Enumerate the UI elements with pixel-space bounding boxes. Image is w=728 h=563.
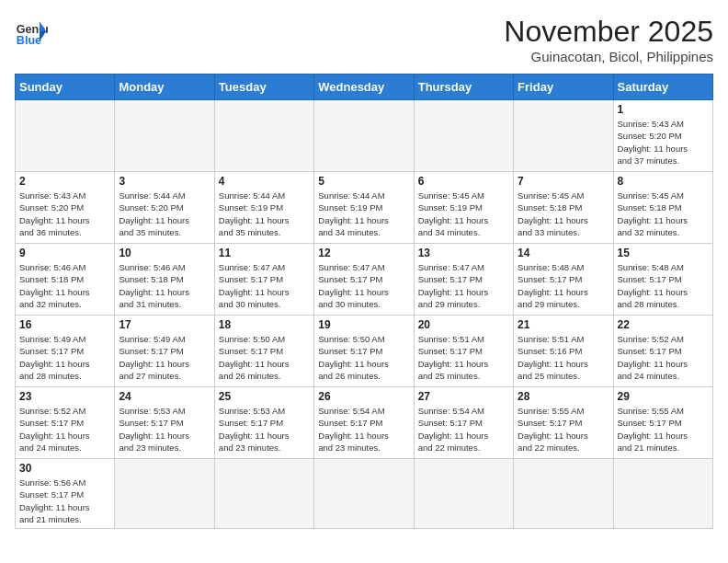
calendar-cell: 29Sunrise: 5:55 AM Sunset: 5:17 PM Dayli… (613, 387, 712, 459)
day-info: Sunrise: 5:44 AM Sunset: 5:19 PM Dayligh… (318, 190, 409, 238)
calendar-cell: 6Sunrise: 5:45 AM Sunset: 5:19 PM Daylig… (414, 172, 513, 244)
calendar-cell: 18Sunrise: 5:50 AM Sunset: 5:17 PM Dayli… (214, 316, 313, 387)
calendar-cell: 22Sunrise: 5:52 AM Sunset: 5:17 PM Dayli… (613, 316, 712, 387)
column-header-tuesday: Tuesday (214, 75, 313, 100)
calendar-cell: 3Sunrise: 5:44 AM Sunset: 5:20 PM Daylig… (115, 172, 214, 244)
calendar-cell (214, 459, 313, 529)
logo: General Blue (15, 15, 48, 48)
day-info: Sunrise: 5:52 AM Sunset: 5:17 PM Dayligh… (618, 333, 709, 382)
calendar-cell: 24Sunrise: 5:53 AM Sunset: 5:17 PM Dayli… (115, 387, 214, 459)
calendar-cell: 11Sunrise: 5:47 AM Sunset: 5:17 PM Dayli… (214, 244, 313, 316)
calendar-cell: 17Sunrise: 5:49 AM Sunset: 5:17 PM Dayli… (115, 316, 214, 387)
day-info: Sunrise: 5:43 AM Sunset: 5:20 PM Dayligh… (19, 190, 110, 238)
calendar-cell: 1Sunrise: 5:43 AM Sunset: 5:20 PM Daylig… (613, 100, 712, 172)
calendar-cell: 19Sunrise: 5:50 AM Sunset: 5:17 PM Dayli… (314, 316, 414, 387)
column-header-saturday: Saturday (613, 75, 712, 100)
day-number: 7 (518, 175, 609, 188)
day-info: Sunrise: 5:47 AM Sunset: 5:17 PM Dayligh… (418, 261, 509, 310)
day-info: Sunrise: 5:47 AM Sunset: 5:17 PM Dayligh… (219, 261, 310, 310)
day-info: Sunrise: 5:50 AM Sunset: 5:17 PM Dayligh… (318, 333, 409, 382)
calendar-cell: 26Sunrise: 5:54 AM Sunset: 5:17 PM Dayli… (314, 387, 414, 459)
day-number: 9 (19, 247, 110, 259)
calendar-cell: 20Sunrise: 5:51 AM Sunset: 5:17 PM Dayli… (414, 316, 513, 387)
calendar-cell: 23Sunrise: 5:52 AM Sunset: 5:17 PM Dayli… (16, 387, 115, 459)
day-info: Sunrise: 5:51 AM Sunset: 5:17 PM Dayligh… (418, 333, 509, 382)
day-info: Sunrise: 5:45 AM Sunset: 5:18 PM Dayligh… (618, 190, 709, 238)
day-info: Sunrise: 5:52 AM Sunset: 5:17 PM Dayligh… (19, 405, 110, 454)
column-header-monday: Monday (115, 75, 214, 100)
day-info: Sunrise: 5:55 AM Sunset: 5:17 PM Dayligh… (518, 405, 609, 454)
calendar-week-row: 23Sunrise: 5:52 AM Sunset: 5:17 PM Dayli… (16, 387, 713, 459)
day-info: Sunrise: 5:51 AM Sunset: 5:16 PM Dayligh… (518, 333, 609, 382)
calendar-cell (314, 100, 414, 172)
day-number: 28 (518, 390, 609, 403)
calendar-cell: 13Sunrise: 5:47 AM Sunset: 5:17 PM Dayli… (414, 244, 513, 316)
day-info: Sunrise: 5:54 AM Sunset: 5:17 PM Dayligh… (318, 405, 409, 454)
calendar-cell (514, 100, 613, 172)
day-info: Sunrise: 5:49 AM Sunset: 5:17 PM Dayligh… (119, 333, 210, 382)
calendar-cell: 25Sunrise: 5:53 AM Sunset: 5:17 PM Dayli… (214, 387, 313, 459)
page-header: General Blue November 2025 Guinacotan, B… (15, 15, 713, 64)
day-info: Sunrise: 5:56 AM Sunset: 5:17 PM Dayligh… (19, 477, 110, 525)
calendar-cell: 14Sunrise: 5:48 AM Sunset: 5:17 PM Dayli… (514, 244, 613, 316)
day-info: Sunrise: 5:44 AM Sunset: 5:20 PM Dayligh… (119, 190, 210, 238)
calendar-cell (115, 459, 214, 529)
calendar-header-row: SundayMondayTuesdayWednesdayThursdayFrid… (16, 75, 713, 100)
day-info: Sunrise: 5:54 AM Sunset: 5:17 PM Dayligh… (418, 405, 509, 454)
day-info: Sunrise: 5:53 AM Sunset: 5:17 PM Dayligh… (219, 405, 310, 454)
calendar-cell: 9Sunrise: 5:46 AM Sunset: 5:18 PM Daylig… (16, 244, 115, 316)
calendar-week-row: 2Sunrise: 5:43 AM Sunset: 5:20 PM Daylig… (16, 172, 713, 244)
calendar-cell: 10Sunrise: 5:46 AM Sunset: 5:18 PM Dayli… (115, 244, 214, 316)
calendar-cell (414, 100, 513, 172)
day-number: 15 (618, 247, 709, 259)
calendar-cell: 4Sunrise: 5:44 AM Sunset: 5:19 PM Daylig… (214, 172, 313, 244)
svg-text:Blue: Blue (17, 34, 41, 47)
day-number: 11 (219, 247, 310, 259)
day-number: 20 (418, 318, 509, 331)
day-info: Sunrise: 5:44 AM Sunset: 5:19 PM Dayligh… (219, 190, 310, 238)
day-info: Sunrise: 5:55 AM Sunset: 5:17 PM Dayligh… (618, 405, 709, 454)
day-number: 5 (318, 175, 409, 188)
day-number: 10 (119, 247, 210, 259)
day-number: 27 (418, 390, 509, 403)
day-number: 8 (618, 175, 709, 188)
day-info: Sunrise: 5:45 AM Sunset: 5:18 PM Dayligh… (518, 190, 609, 238)
day-number: 17 (119, 318, 210, 331)
day-number: 25 (219, 390, 310, 403)
column-header-friday: Friday (514, 75, 613, 100)
calendar-cell: 27Sunrise: 5:54 AM Sunset: 5:17 PM Dayli… (414, 387, 513, 459)
day-info: Sunrise: 5:46 AM Sunset: 5:18 PM Dayligh… (19, 261, 110, 310)
calendar-cell: 21Sunrise: 5:51 AM Sunset: 5:16 PM Dayli… (514, 316, 613, 387)
day-number: 16 (19, 318, 110, 331)
logo-icon: General Blue (15, 15, 48, 48)
calendar-cell: 8Sunrise: 5:45 AM Sunset: 5:18 PM Daylig… (613, 172, 712, 244)
day-info: Sunrise: 5:47 AM Sunset: 5:17 PM Dayligh… (318, 261, 409, 310)
day-info: Sunrise: 5:48 AM Sunset: 5:17 PM Dayligh… (618, 261, 709, 310)
day-info: Sunrise: 5:49 AM Sunset: 5:17 PM Dayligh… (19, 333, 110, 382)
calendar-cell: 16Sunrise: 5:49 AM Sunset: 5:17 PM Dayli… (16, 316, 115, 387)
calendar-cell (613, 459, 712, 529)
calendar-cell: 15Sunrise: 5:48 AM Sunset: 5:17 PM Dayli… (613, 244, 712, 316)
calendar-cell: 28Sunrise: 5:55 AM Sunset: 5:17 PM Dayli… (514, 387, 613, 459)
day-number: 6 (418, 175, 509, 188)
calendar-cell: 5Sunrise: 5:44 AM Sunset: 5:19 PM Daylig… (314, 172, 414, 244)
day-number: 1 (618, 103, 709, 116)
day-info: Sunrise: 5:45 AM Sunset: 5:19 PM Dayligh… (418, 190, 509, 238)
day-number: 21 (518, 318, 609, 331)
day-info: Sunrise: 5:53 AM Sunset: 5:17 PM Dayligh… (119, 405, 210, 454)
day-number: 13 (418, 247, 509, 259)
location-subtitle: Guinacotan, Bicol, Philippines (504, 49, 713, 64)
calendar-cell (414, 459, 513, 529)
column-header-sunday: Sunday (16, 75, 115, 100)
day-number: 23 (19, 390, 110, 403)
day-number: 18 (219, 318, 310, 331)
month-title: November 2025 (504, 15, 713, 49)
calendar-week-row: 30Sunrise: 5:56 AM Sunset: 5:17 PM Dayli… (16, 459, 713, 529)
title-area: November 2025 Guinacotan, Bicol, Philipp… (504, 15, 713, 64)
calendar-cell (214, 100, 313, 172)
day-info: Sunrise: 5:43 AM Sunset: 5:20 PM Dayligh… (618, 118, 709, 167)
calendar-week-row: 1Sunrise: 5:43 AM Sunset: 5:20 PM Daylig… (16, 100, 713, 172)
column-header-wednesday: Wednesday (314, 75, 414, 100)
day-number: 26 (318, 390, 409, 403)
day-number: 12 (318, 247, 409, 259)
